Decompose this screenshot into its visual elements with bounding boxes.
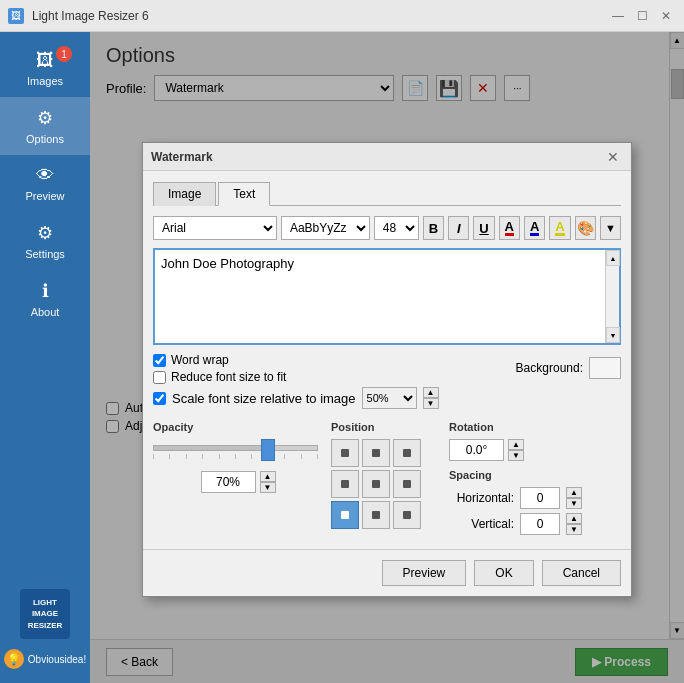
rotation-input[interactable] <box>449 439 504 461</box>
minimize-button[interactable]: — <box>608 6 628 26</box>
bold-button[interactable]: B <box>423 216 444 240</box>
app-body: 🖼 Images 1 ⚙ Options 👁 Preview ⚙ Setting… <box>0 32 684 683</box>
sidebar-item-settings[interactable]: ⚙ Settings <box>0 212 90 270</box>
pos-btn-1-0[interactable] <box>331 470 359 498</box>
app-window: 🖼 Light Image Resizer 6 — ☐ ✕ 🖼 Images 1… <box>0 0 684 683</box>
opacity-spin-down[interactable]: ▼ <box>260 482 276 493</box>
checkboxes-col: Word wrap Reduce font size to fit Scale … <box>153 353 500 417</box>
opacity-value-row: ▲ ▼ <box>153 471 323 493</box>
font-highlight-button[interactable]: A <box>549 216 570 240</box>
text-scroll-up[interactable]: ▲ <box>606 250 620 266</box>
italic-button[interactable]: I <box>448 216 469 240</box>
reduce-font-checkbox[interactable] <box>153 371 166 384</box>
font-preview-select[interactable]: AaBbYyZz <box>281 216 370 240</box>
preview-button[interactable]: Preview <box>382 560 467 586</box>
modal-footer: Preview OK Cancel <box>143 549 631 596</box>
word-wrap-row: Word wrap <box>153 353 500 367</box>
horizontal-spacing-row: Horizontal: ▲ ▼ <box>449 487 621 509</box>
close-button[interactable]: ✕ <box>656 6 676 26</box>
vertical-spin-up[interactable]: ▲ <box>566 513 582 524</box>
reduce-font-label: Reduce font size to fit <box>171 370 286 384</box>
sidebar-item-options[interactable]: ⚙ Options <box>0 97 90 155</box>
horizontal-spin-up[interactable]: ▲ <box>566 487 582 498</box>
pos-dot <box>403 449 411 457</box>
bottom-panels: Opacity <box>153 421 621 539</box>
scale-spin-up[interactable]: ▲ <box>423 387 439 398</box>
rotation-spin-down[interactable]: ▼ <box>508 450 524 461</box>
vertical-spin-down[interactable]: ▼ <box>566 524 582 535</box>
sidebar-item-label-options: Options <box>26 133 64 145</box>
text-scrollbar: ▲ ▼ <box>605 250 619 343</box>
pos-dot <box>403 511 411 519</box>
horizontal-spin-down[interactable]: ▼ <box>566 498 582 509</box>
horizontal-input[interactable] <box>520 487 560 509</box>
scale-row: Scale font size relative to image 50% ▲ … <box>153 387 500 409</box>
scale-font-select[interactable]: 50% <box>362 387 417 409</box>
scale-font-label: Scale font size relative to image <box>172 391 356 406</box>
title-bar-controls: — ☐ ✕ <box>608 6 676 26</box>
pos-btn-0-1[interactable] <box>362 439 390 467</box>
right-section: Rotation ▲ ▼ <box>449 421 621 539</box>
background-color-picker[interactable] <box>589 357 621 379</box>
opacity-thumb[interactable] <box>261 439 275 461</box>
logo-image: LIGHT IMAGE RESIZER <box>20 589 70 639</box>
font-family-select[interactable]: Arial <box>153 216 277 240</box>
tab-text[interactable]: Text <box>218 182 270 206</box>
modal-title: Watermark <box>151 150 213 164</box>
pos-btn-2-0[interactable] <box>331 501 359 529</box>
bg-col: Background: <box>516 353 621 379</box>
dropdown-button[interactable]: ▼ <box>600 216 621 240</box>
pos-dot <box>403 480 411 488</box>
background-label: Background: <box>516 361 583 375</box>
pos-btn-2-1[interactable] <box>362 501 390 529</box>
rotation-panel: Rotation ▲ ▼ <box>449 421 621 461</box>
font-highlight-icon: A <box>555 220 564 236</box>
title-bar-left: 🖼 Light Image Resizer 6 <box>8 8 149 24</box>
modal-body: Image Text Arial AaBbYyZz <box>143 171 631 549</box>
sidebar-item-label-preview: Preview <box>25 190 64 202</box>
reduce-font-row: Reduce font size to fit <box>153 370 500 384</box>
sidebar-item-preview[interactable]: 👁 Preview <box>0 155 90 212</box>
modal-tabs: Image Text <box>153 181 621 206</box>
font-color-icon: A <box>505 220 514 236</box>
pos-btn-2-2[interactable] <box>393 501 421 529</box>
vertical-label: Vertical: <box>449 517 514 531</box>
images-icon: 🖼 <box>36 50 54 71</box>
paint-button[interactable]: 🎨 <box>575 216 596 240</box>
scale-font-checkbox[interactable] <box>153 392 166 405</box>
pos-dot <box>372 480 380 488</box>
sidebar-item-images[interactable]: 🖼 Images 1 <box>0 40 90 97</box>
maximize-button[interactable]: ☐ <box>632 6 652 26</box>
font-size-select[interactable]: 48 <box>374 216 419 240</box>
watermark-text-input[interactable]: John Doe Photography <box>155 250 605 340</box>
text-scroll-down[interactable]: ▼ <box>606 327 620 343</box>
pos-btn-1-2[interactable] <box>393 470 421 498</box>
modal-close-button[interactable]: ✕ <box>603 147 623 167</box>
font-color-alt-button[interactable]: A <box>524 216 545 240</box>
sidebar-item-label-images: Images <box>27 75 63 87</box>
word-wrap-checkbox[interactable] <box>153 354 166 367</box>
scale-spin-down[interactable]: ▼ <box>423 398 439 409</box>
sidebar-item-label-about: About <box>31 306 60 318</box>
watermark-modal: Watermark ✕ Image Text Arial <box>142 142 632 597</box>
pos-btn-0-0[interactable] <box>331 439 359 467</box>
font-color-button[interactable]: A <box>499 216 520 240</box>
underline-button[interactable]: U <box>473 216 494 240</box>
pos-dot-active <box>341 511 349 519</box>
opacity-spin-up[interactable]: ▲ <box>260 471 276 482</box>
rotation-spin-up[interactable]: ▲ <box>508 439 524 450</box>
pos-btn-1-1[interactable] <box>362 470 390 498</box>
opacity-fill <box>154 446 268 450</box>
ok-button[interactable]: OK <box>474 560 533 586</box>
cancel-button[interactable]: Cancel <box>542 560 621 586</box>
sidebar: 🖼 Images 1 ⚙ Options 👁 Preview ⚙ Setting… <box>0 32 90 683</box>
sidebar-item-about[interactable]: ℹ About <box>0 270 90 328</box>
tab-image[interactable]: Image <box>153 182 216 206</box>
vertical-input[interactable] <box>520 513 560 535</box>
pos-dot <box>341 449 349 457</box>
pos-dot <box>372 449 380 457</box>
text-area-wrapper: John Doe Photography ▲ ▼ <box>153 248 621 345</box>
horizontal-label: Horizontal: <box>449 491 514 505</box>
pos-btn-0-2[interactable] <box>393 439 421 467</box>
opacity-input[interactable] <box>201 471 256 493</box>
